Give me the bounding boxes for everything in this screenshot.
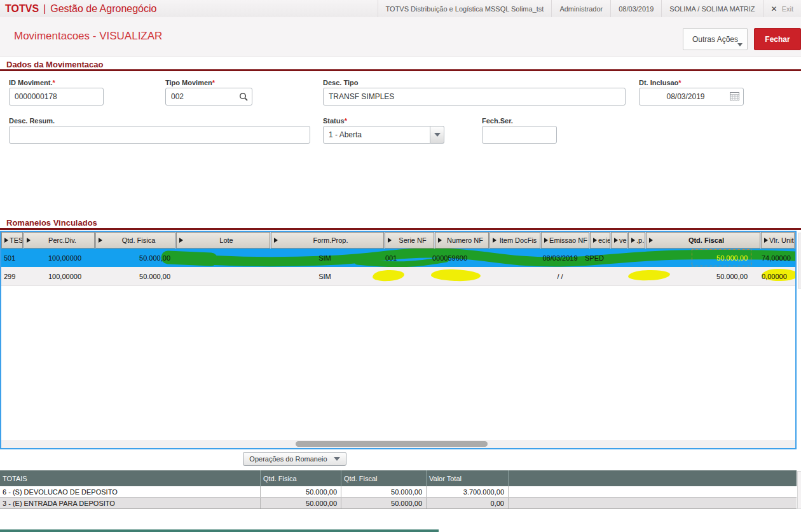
cell-ve[interactable] bbox=[605, 249, 621, 267]
status-label: Status* bbox=[323, 117, 347, 125]
outras-acoes-button[interactable]: Outras Ações bbox=[683, 28, 748, 50]
fechar-label: Fechar bbox=[765, 35, 790, 44]
brand-name: TOTVS bbox=[5, 3, 39, 15]
totais-qtd-fiscal: 50.000,00 bbox=[341, 486, 427, 497]
status-dropdown-button[interactable] bbox=[430, 126, 444, 144]
fech-ser-field[interactable] bbox=[482, 126, 557, 144]
outras-acoes-label: Outras Ações bbox=[692, 35, 738, 44]
col-header-vlr-unit[interactable]: Vlr. Unit bbox=[761, 232, 795, 249]
brand-separator: | bbox=[43, 3, 46, 15]
cell-perc-div[interactable]: 100,00000 bbox=[23, 249, 94, 267]
id-moviment-label: ID Moviment.* bbox=[9, 79, 55, 86]
section-divider-dados bbox=[0, 69, 801, 71]
cell-qtd-fiscal-focused[interactable]: 50.000,00 bbox=[638, 249, 753, 267]
cell-numero-nf[interactable] bbox=[431, 267, 485, 285]
operacoes-romaneio-button[interactable]: Operações do Romaneio bbox=[243, 452, 346, 466]
cell-qtd-fisica[interactable]: 50.000,00 bbox=[94, 267, 174, 285]
col-header-tes[interactable]: TES bbox=[1, 232, 23, 249]
dt-inclusao-field[interactable] bbox=[639, 88, 744, 106]
col-header-perc-div[interactable]: Perc.Div. bbox=[24, 232, 95, 249]
tipo-movimen-wrap bbox=[165, 88, 252, 106]
desc-resum-field[interactable] bbox=[9, 126, 310, 144]
top-bar-status: TOTVS Distribuição e Logística MSSQL Sol… bbox=[378, 0, 801, 17]
col-header-emissao-nf[interactable]: Emissao NF bbox=[541, 232, 589, 249]
col-header-serie-nf[interactable]: Serie NF bbox=[385, 232, 434, 249]
cell-vlr-unit[interactable]: 0,00000 bbox=[753, 267, 795, 285]
cell-form-prop[interactable]: SIM bbox=[268, 267, 381, 285]
cell-especie[interactable] bbox=[584, 267, 605, 285]
top-bar: TOTVS | Gestão de Agronegócio TOTVS Dist… bbox=[0, 0, 801, 18]
cell-qtd-fiscal[interactable]: 50.000,00 bbox=[638, 267, 753, 285]
col-header-numero-nf[interactable]: Numero NF bbox=[435, 232, 489, 249]
vertical-scrollbar[interactable] bbox=[798, 233, 801, 289]
table-row-selected[interactable]: 501 100,00000 50.000,00 SIM 001 00005960… bbox=[1, 249, 795, 267]
search-icon[interactable] bbox=[239, 92, 248, 101]
required-asterisk: * bbox=[345, 117, 347, 125]
close-icon: ✕ bbox=[771, 4, 777, 13]
cell-vlr-unit[interactable]: 74,00000 bbox=[753, 249, 795, 267]
totais-row-label: 3 - (E) ENTRADA PARA DEPOSITO bbox=[0, 498, 261, 508]
cell-perc-div[interactable]: 100,00000 bbox=[23, 267, 94, 285]
scrollbar-thumb[interactable] bbox=[296, 441, 488, 447]
cell-item-docfis[interactable] bbox=[485, 249, 536, 267]
id-moviment-field[interactable] bbox=[9, 88, 104, 106]
fechar-button[interactable]: Fechar bbox=[754, 28, 801, 50]
cell-qtd-fisica[interactable]: 50.000,00 bbox=[94, 249, 174, 267]
totais-header-row: TOTAIS Qtd. Fisica Qtd. Fiscal Valor Tot… bbox=[0, 470, 797, 486]
dt-inclusao-label: Dt. Inclusao* bbox=[639, 79, 681, 86]
tipo-movimen-label: Tipo Movimen* bbox=[165, 79, 215, 86]
cell-item-docfis[interactable] bbox=[485, 267, 536, 285]
col-header-especie[interactable]: ecie bbox=[590, 232, 610, 249]
col-header-lote[interactable]: Lote bbox=[176, 232, 270, 249]
dt-inclusao-wrap bbox=[639, 88, 744, 106]
horizontal-scrollbar[interactable] bbox=[1, 440, 795, 448]
cell-tes[interactable]: 501 bbox=[1, 249, 23, 267]
company-label: SOLIMA / SOLIMA MATRIZ bbox=[661, 0, 762, 17]
grid-header-row: TES Perc.Div. Qtd. Fisica Lote Form.Prop… bbox=[1, 232, 795, 249]
calendar-icon[interactable] bbox=[730, 92, 739, 100]
cell-p[interactable] bbox=[621, 249, 638, 267]
exit-button[interactable]: ✕ Exit bbox=[763, 0, 801, 17]
cell-lote[interactable] bbox=[174, 249, 268, 267]
cell-especie[interactable]: SPED bbox=[584, 249, 605, 267]
brand-logo: TOTVS | Gestão de Agronegócio bbox=[0, 3, 156, 15]
bottom-status-bar bbox=[0, 529, 439, 532]
col-header-form-prop[interactable]: Form.Prop. bbox=[271, 232, 384, 249]
totais-row-label: 6 - (S) DEVOLUCAO DE DEPOSITO bbox=[0, 486, 261, 497]
totais-valor-total: 3.700.000,00 bbox=[427, 486, 509, 497]
cell-numero-nf[interactable]: 000059600 bbox=[431, 249, 485, 267]
table-row[interactable]: 299 100,00000 50.000,00 SIM / / 50.000,0… bbox=[1, 267, 795, 286]
cell-ve[interactable] bbox=[605, 267, 621, 285]
status-select[interactable]: 1 - Aberta bbox=[323, 126, 444, 144]
fech-ser-label: Fech.Ser. bbox=[482, 117, 513, 125]
totais-header-qtd-fiscal: Qtd. Fiscal bbox=[341, 470, 427, 486]
cell-serie-nf[interactable] bbox=[381, 267, 431, 285]
section-divider-romaneios bbox=[0, 228, 801, 230]
cell-p[interactable] bbox=[621, 267, 638, 285]
required-asterisk: * bbox=[212, 79, 215, 86]
totais-qtd-fisica: 50.000,00 bbox=[261, 486, 341, 497]
col-header-qtd-fisica[interactable]: Qtd. Fisica bbox=[95, 232, 175, 249]
totais-valor-total: 0,00 bbox=[427, 498, 509, 508]
desc-tipo-field[interactable] bbox=[323, 88, 626, 106]
cell-lote[interactable] bbox=[174, 267, 268, 285]
desc-tipo-label: Desc. Tipo bbox=[323, 79, 358, 86]
exit-label: Exit bbox=[782, 5, 793, 13]
totais-scrollbar[interactable] bbox=[797, 471, 801, 509]
cell-emissao-nf[interactable]: / / bbox=[536, 267, 584, 285]
totais-qtd-fisica: 50.000,00 bbox=[261, 498, 341, 508]
col-header-p[interactable]: .p. bbox=[628, 232, 645, 249]
required-asterisk: * bbox=[678, 79, 681, 86]
chevron-down-icon bbox=[434, 133, 441, 137]
cell-serie-nf[interactable]: 001 bbox=[381, 249, 431, 267]
cell-form-prop[interactable]: SIM bbox=[268, 249, 381, 267]
cell-emissao-nf[interactable]: 08/03/2019 bbox=[536, 249, 584, 267]
totais-header-filler bbox=[509, 470, 797, 486]
col-header-qtd-fiscal[interactable]: Qtd. Fiscal bbox=[646, 232, 760, 249]
col-header-item-docfis[interactable]: Item DocFis bbox=[489, 232, 540, 249]
cell-tes[interactable]: 299 bbox=[1, 267, 23, 285]
date-label: 08/03/2019 bbox=[610, 0, 661, 17]
totais-filler bbox=[509, 486, 797, 497]
col-header-ve[interactable]: ve bbox=[611, 232, 627, 249]
action-buttons: Outras Ações Fechar bbox=[683, 28, 801, 50]
